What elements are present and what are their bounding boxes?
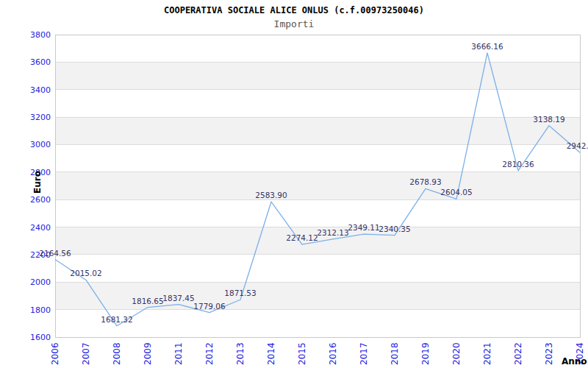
y-axis-tick-label: 3800 xyxy=(30,30,51,40)
y-axis-tick-label: 2400 xyxy=(30,223,51,233)
grid-band xyxy=(55,199,580,227)
point-label: 2942.0 xyxy=(567,141,588,150)
point-label: 2164.56 xyxy=(39,249,71,258)
y-axis-tick-label: 3600 xyxy=(30,57,51,67)
x-axis-tick-label: 2017 xyxy=(359,342,369,365)
x-axis-tick-label: 2011 xyxy=(173,342,184,365)
point-label: 1681.32 xyxy=(101,315,132,324)
grid-band xyxy=(55,117,580,144)
x-axis-tick-label: 2018 xyxy=(390,342,400,365)
x-axis-tick-label: 2021 xyxy=(482,342,492,365)
x-axis-tick-label: 2023 xyxy=(544,342,554,365)
point-label: 2015.02 xyxy=(70,269,101,277)
grid-band xyxy=(55,144,580,171)
x-axis-tick-label: 2015 xyxy=(297,342,307,365)
y-axis-title: Euro xyxy=(32,171,43,194)
x-axis-tick-label: 2006 xyxy=(50,342,60,365)
y-axis-tick-label: 3400 xyxy=(30,85,51,95)
point-label: 2604.05 xyxy=(440,188,472,197)
point-label: 3138.19 xyxy=(533,115,564,124)
x-axis-tick-label: 2016 xyxy=(328,342,338,365)
x-axis-title: Anno xyxy=(562,356,587,367)
x-axis-tick-label: 2014 xyxy=(266,342,276,365)
importi-line-chart: 3800360034003200300028002600240022002000… xyxy=(0,0,588,368)
chart-page: { "chart_data": { "type": "line", "title… xyxy=(0,0,588,368)
point-label: 1871.53 xyxy=(224,289,256,297)
x-axis-tick-label: 2008 xyxy=(112,342,122,365)
point-label: 2810.36 xyxy=(502,160,534,169)
point-label: 1779.06 xyxy=(193,302,226,311)
y-axis-tick-label: 3000 xyxy=(30,140,51,149)
y-axis-tick-label: 2600 xyxy=(30,195,51,205)
point-label: 3666.16 xyxy=(471,42,503,51)
y-axis-tick-label: 1800 xyxy=(30,305,51,315)
point-label: 2274.12 xyxy=(286,233,318,242)
y-axis-tick-label: 3200 xyxy=(30,113,51,122)
point-label: 2340.35 xyxy=(379,224,410,233)
x-axis-tick-label: 2013 xyxy=(235,342,245,365)
x-axis-tick-label: 2022 xyxy=(513,342,523,365)
x-axis-tick-label: 2019 xyxy=(420,342,431,365)
grid-band xyxy=(55,172,580,199)
point-label: 1837.45 xyxy=(162,294,194,302)
x-axis-tick-label: 2007 xyxy=(81,342,91,365)
point-label: 1816.65 xyxy=(132,297,163,305)
grid-band xyxy=(55,310,580,337)
grid-band xyxy=(55,255,580,282)
point-label: 2678.93 xyxy=(409,177,441,186)
grid-band xyxy=(55,90,580,117)
grid-band xyxy=(55,62,580,89)
y-axis-tick-label: 2000 xyxy=(30,277,51,287)
x-axis-tick-label: 2020 xyxy=(451,342,462,365)
point-label: 2583.90 xyxy=(255,191,287,199)
x-axis-tick-label: 2009 xyxy=(143,342,153,365)
point-label: 2349.11 xyxy=(348,223,379,232)
point-label: 2312.13 xyxy=(317,228,348,237)
y-axis-tick-label: 1600 xyxy=(30,333,51,342)
x-axis-tick-label: 2012 xyxy=(204,342,215,365)
